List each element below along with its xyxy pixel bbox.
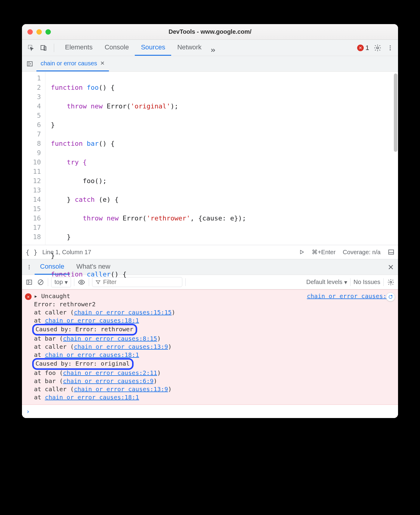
console-sidebar-icon[interactable] <box>25 278 33 286</box>
stack-link[interactable]: chain or error causes:18:1 <box>45 394 139 401</box>
devtools-window: DevTools - www.google.com/ Elements Cons… <box>22 24 398 418</box>
stack-link[interactable]: chain or error causes:6:9 <box>63 377 153 385</box>
file-tabs-row: chain or error causes ✕ <box>22 56 398 72</box>
caused-by-highlight: Caused by: Error: original <box>32 358 134 370</box>
stack-link[interactable]: chain or error causes:15:15 <box>74 309 171 316</box>
stack-link[interactable]: chain or error causes:8:15 <box>63 335 157 342</box>
separator <box>54 44 54 52</box>
inspect-element-icon[interactable] <box>26 42 36 53</box>
close-tab-icon[interactable]: ✕ <box>100 60 105 67</box>
file-tab-active[interactable]: chain or error causes ✕ <box>36 56 109 71</box>
device-toolbar-icon[interactable] <box>38 42 49 53</box>
caused-by-highlight: Caused by: Error: rethrower <box>32 324 137 336</box>
stack-trace: ▸ Uncaught Error: rethrower2 at caller (… <box>34 292 175 401</box>
stack-link[interactable]: chain or error causes:2:11 <box>63 369 157 376</box>
source-link[interactable]: chain or error causes:15 <box>307 292 394 401</box>
more-tabs-icon[interactable] <box>208 45 218 56</box>
svg-rect-7 <box>27 61 32 66</box>
svg-point-21 <box>391 295 392 296</box>
stack-link[interactable]: chain or error causes:18:1 <box>45 317 139 324</box>
maximize-window-button[interactable] <box>45 29 51 35</box>
stack-link[interactable]: chain or error causes:13:9 <box>74 343 168 350</box>
svg-point-6 <box>390 49 391 50</box>
svg-rect-14 <box>27 280 32 284</box>
settings-icon[interactable] <box>373 44 382 52</box>
clear-console-icon[interactable] <box>36 278 45 286</box>
drawer-kebab-icon[interactable] <box>25 263 33 271</box>
pretty-print-icon[interactable]: { } <box>26 248 38 256</box>
console-error-entry[interactable]: ✕ ▸ Uncaught Error: rethrower2 at caller… <box>22 289 398 405</box>
minimize-window-button[interactable] <box>36 29 42 35</box>
main-toolbar: Elements Console Sources Network ✕ 1 <box>22 40 398 56</box>
window-title: DevTools - www.google.com/ <box>22 28 398 35</box>
svg-point-13 <box>29 268 29 269</box>
svg-line-17 <box>39 280 42 284</box>
tab-console[interactable]: Console <box>99 40 135 56</box>
tab-network[interactable]: Network <box>171 40 208 56</box>
line-number-gutter: 1 2 3 4 5 6 7 8 9 10 11 12 13 14 15 16 1… <box>22 72 45 245</box>
titlebar: DevTools - www.google.com/ <box>22 24 398 40</box>
svg-rect-1 <box>41 45 45 50</box>
navigator-toggle-icon[interactable] <box>24 58 35 69</box>
stack-link[interactable]: chain or error causes:18:1 <box>45 351 139 358</box>
svg-point-5 <box>390 47 391 48</box>
stack-link[interactable]: chain or error causes:13:9 <box>74 385 168 393</box>
console-output: ✕ ▸ Uncaught Error: rethrower2 at caller… <box>22 289 398 418</box>
error-count-value: 1 <box>366 44 369 52</box>
window-controls <box>27 29 51 35</box>
kebab-menu-icon[interactable] <box>386 44 394 52</box>
svg-point-11 <box>29 265 29 266</box>
code-content[interactable]: function foo() { throw new Error('origin… <box>45 72 398 245</box>
panel-tabs: Elements Console Sources Network <box>59 40 218 56</box>
svg-point-4 <box>390 45 391 46</box>
ai-assist-icon[interactable] <box>386 292 395 301</box>
code-editor[interactable]: 1 2 3 4 5 6 7 8 9 10 11 12 13 14 15 16 1… <box>22 72 398 245</box>
editor-scrollbar[interactable] <box>394 73 397 152</box>
chevron-right-icon: › <box>26 407 30 416</box>
svg-point-3 <box>377 47 379 49</box>
close-window-button[interactable] <box>27 29 33 35</box>
tab-elements[interactable]: Elements <box>59 40 99 56</box>
svg-point-12 <box>29 267 29 267</box>
error-count-badge[interactable]: ✕ 1 <box>357 44 369 52</box>
tab-sources[interactable]: Sources <box>135 40 171 56</box>
console-prompt[interactable]: › <box>22 405 398 418</box>
file-tab-label: chain or error causes <box>41 60 97 67</box>
error-icon: ✕ <box>25 293 32 300</box>
